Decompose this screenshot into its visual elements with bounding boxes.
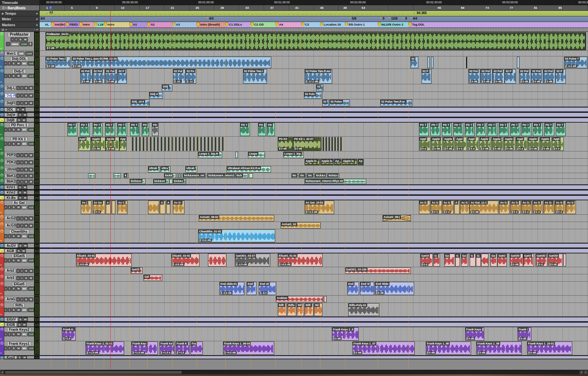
tempo-change-icon[interactable]: ▾ (219, 12, 221, 15)
clip[interactable]: PD T (544, 123, 554, 136)
tempo-change-icon[interactable]: ▾ (86, 12, 88, 15)
clip[interactable]: kick&s (173, 179, 186, 184)
volume-button[interactable]: vol (18, 51, 25, 56)
track-lane[interactable] (40, 190, 588, 194)
tempo-band[interactable]: ♩97♩94.365▾▾▾▾▾▾▾▾▾▾▾▾▾▾▾▾▾▾▾▾▾▾▾▾▾▾▾▾▾▾… (40, 11, 588, 16)
track-name[interactable]: ElGatS (12, 254, 26, 258)
clip[interactable]: PD T (80, 123, 90, 136)
tempo-change-icon[interactable]: ▾ (375, 12, 377, 15)
tempo-change-icon[interactable]: ▾ (229, 12, 230, 15)
track-color-strip[interactable]: ⌄ (0, 113, 4, 117)
clip[interactable]: Frank Keys 1_080 dB (426, 342, 471, 355)
collapse-chevron-icon[interactable]: ⌄ (0, 32, 4, 35)
clip[interactable]: Appl0 d (419, 137, 430, 151)
record-enable-button[interactable]: ● (16, 297, 20, 302)
track-lane[interactable] (40, 323, 588, 327)
track-name[interactable]: DdjB (5, 118, 16, 122)
clip[interactable] (143, 137, 144, 151)
track-name[interactable]: AcGV (5, 244, 18, 247)
clip[interactable] (136, 137, 137, 151)
clip[interactable]: Frank K+1.5 (176, 342, 190, 355)
clip[interactable]: kick&sn (130, 179, 145, 184)
track-color-strip[interactable]: ⌄ (0, 196, 4, 200)
tempo-change-icon[interactable]: ▾ (187, 12, 189, 15)
track-arrow-icon[interactable]: ▸ (1, 352, 2, 354)
track-lane[interactable]: Didj02 (40, 84, 588, 91)
track-name[interactable]: Didj-C (12, 69, 26, 73)
record-enable-button[interactable]: ● (16, 276, 20, 280)
automation-read-button[interactable]: read (25, 51, 33, 56)
clip[interactable] (329, 137, 330, 151)
automation-read-button[interactable]: red (28, 205, 34, 209)
button-s[interactable]: S (24, 86, 28, 90)
timecode-band[interactable]: 00:00:00:0000:00:30:0000:01:00:0000:01:3… (40, 0, 588, 5)
clip[interactable] (190, 137, 191, 151)
track-lane[interactable]: GatOlGatOD1_03-100 (40, 267, 588, 274)
clip[interactable]: End (347, 282, 359, 295)
chevron-down-icon[interactable]: ▾ (36, 28, 38, 31)
marker-label[interactable]: C3 (305, 23, 309, 26)
collapse-chevron-icon[interactable]: ⌄ (0, 267, 4, 271)
track-lane[interactable]: End slide-01-6.4 dBEndEnd sli-8.4EndEnd … (40, 282, 588, 295)
track-name[interactable]: Ddj-L (5, 86, 16, 90)
button-s[interactable]: S (16, 249, 21, 253)
track-arrow-icon[interactable]: ▸ (1, 65, 2, 68)
track-color-strip[interactable]: ⌄ (0, 173, 4, 178)
clip[interactable]: Ac G:0 d (522, 201, 532, 214)
button-i[interactable]: I (20, 216, 24, 221)
track-name[interactable]: ElGtV (5, 317, 18, 321)
button-m[interactable]: M (28, 153, 33, 157)
track-arrow-icon[interactable]: ▸ (1, 211, 2, 214)
clip[interactable]: Appl (78, 137, 91, 151)
clip[interactable]: End (247, 282, 256, 295)
button-i[interactable]: I (8, 205, 11, 209)
clip[interactable]: kick8 (164, 173, 176, 178)
ruler-label-meter[interactable]: Meter + (0, 16, 40, 22)
clip[interactable]: kick&s (328, 173, 339, 178)
track-lane[interactable]: ElGatS_03-01-0.8 dBElGatS_02-01-0.8 dBGa… (40, 253, 588, 267)
track-color-strip[interactable]: ⌄▸ (0, 229, 4, 243)
clip[interactable] (88, 173, 95, 178)
clip[interactable]: Ultra (161, 166, 170, 172)
button-m[interactable]: M (28, 224, 33, 228)
clip[interactable]: Riff: (278, 303, 287, 316)
clip[interactable] (193, 137, 195, 151)
track-name[interactable]: ElGB (5, 323, 17, 327)
scroll-right-icon[interactable]: ▸ (583, 370, 588, 375)
marker-label[interactable]: C2 OD (254, 23, 264, 26)
button-s[interactable]: S (24, 174, 28, 178)
tempo-change-icon[interactable]: ▾ (389, 12, 390, 15)
clip[interactable]: 02 Pul-19. (173, 69, 185, 84)
track-lane[interactable]: Clean5ths_01-01+0.6 dB (40, 229, 588, 243)
button-m[interactable]: M (22, 323, 27, 327)
clip[interactable]: Apple0 dB (91, 137, 105, 151)
track-lane[interactable] (40, 249, 588, 253)
clip[interactable] (211, 137, 213, 151)
clip[interactable]: End Sl (360, 282, 374, 295)
track-name[interactable]: Riffs (14, 303, 25, 307)
button-s[interactable]: S (24, 269, 28, 273)
clip[interactable]: 02 Pul0 dB (105, 69, 117, 84)
button-s[interactable]: S (17, 323, 22, 327)
fader-icon[interactable] (28, 42, 32, 46)
track-lane[interactable]: AcGat3_02 (40, 222, 588, 229)
clip[interactable]: Clean5ths_01-01+0.6 dB (198, 229, 275, 242)
record-enable-button[interactable]: ● (16, 216, 20, 221)
track-lane[interactable]: Arabian (40, 296, 588, 303)
clip[interactable]: Fra (191, 342, 203, 355)
track-arrow-icon[interactable]: ▸ (1, 338, 2, 340)
collapse-chevron-icon[interactable]: ⌄ (0, 323, 4, 326)
clip[interactable]: Gal (143, 275, 162, 281)
tempo-change-icon[interactable]: ▾ (123, 12, 124, 15)
clip[interactable] (112, 201, 115, 214)
track-color-strip[interactable]: ⌄ (0, 51, 4, 56)
clip[interactable]: GatOD1_03-100 (345, 267, 411, 274)
waveform-view-button[interactable]: wv (21, 128, 28, 132)
clip[interactable]: GatOD0 dB (510, 254, 523, 267)
clip[interactable] (157, 137, 159, 151)
clip[interactable] (181, 173, 182, 178)
clip[interactable]: Riffs-Poly-01 (348, 303, 379, 316)
clip[interactable]: Riff: (305, 303, 313, 316)
track-color-strip[interactable]: ⌄ (0, 84, 4, 91)
track-color-strip[interactable]: ⌄ (0, 108, 4, 111)
